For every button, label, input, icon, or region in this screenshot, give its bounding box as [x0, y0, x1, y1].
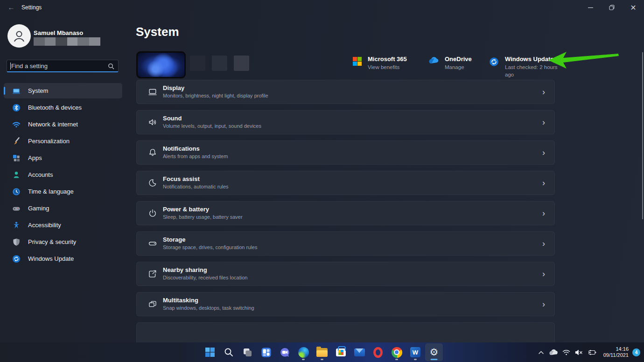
sidebar-item-network-internet[interactable]: Network & internet	[4, 117, 122, 132]
sidebar-item-windows-update[interactable]: Windows Update	[4, 251, 122, 266]
sidebar-item-label: Windows Update	[28, 255, 74, 262]
row-subtitle: Sleep, battery usage, battery saver	[163, 214, 243, 221]
tray-date: 09/11/2021	[603, 352, 629, 358]
sidebar-item-bluetooth-devices[interactable]: Bluetooth & devices	[4, 100, 122, 115]
task-view-icon[interactable]	[238, 343, 256, 361]
sidebar-item-label: Bluetooth & devices	[28, 104, 82, 111]
sidebar-item-privacy-security[interactable]: Privacy & security	[4, 234, 122, 250]
device-preview-thumbnail	[136, 51, 186, 78]
battery-charging-icon[interactable]	[588, 349, 596, 355]
gaming-icon	[12, 204, 21, 213]
windows-update-icon	[12, 255, 21, 263]
settings-row-multitasking[interactable]: Multitasking Snap windows, desktops, tas…	[136, 292, 555, 316]
volume-muted-icon[interactable]	[575, 349, 583, 355]
settings-row-focus-assist[interactable]: Focus assist Notifications, automatic ru…	[136, 171, 555, 195]
edge-icon[interactable]	[294, 343, 312, 361]
row-title: Notifications	[163, 145, 228, 153]
display-icon	[148, 87, 157, 97]
wifi-icon[interactable]	[562, 349, 570, 355]
sidebar-item-accessibility[interactable]: Accessibility	[4, 217, 122, 233]
file-explorer-icon[interactable]	[313, 343, 331, 361]
row-subtitle: Storage space, drives, configuration rul…	[163, 244, 257, 251]
loading-placeholder	[190, 56, 205, 71]
sidebar-item-label: Time & language	[28, 188, 74, 195]
row-subtitle: Alerts from apps and system	[163, 153, 228, 160]
chevron-right-icon: ›	[542, 118, 545, 126]
opera-icon[interactable]	[369, 343, 387, 361]
store-icon[interactable]	[332, 343, 350, 361]
system-tray: 14:16 09/11/2021 4	[536, 342, 640, 362]
card-subtitle[interactable]: View benefits	[368, 63, 407, 71]
clock[interactable]: 14:16 09/11/2021	[603, 346, 629, 358]
card-title: Microsoft 365	[368, 55, 407, 63]
system-icon	[12, 87, 21, 95]
settings-row-power-battery[interactable]: Power & battery Sleep, battery usage, ba…	[136, 201, 555, 225]
chat-icon[interactable]	[276, 343, 294, 361]
windows-update-icon	[489, 57, 499, 69]
card-onedrive[interactable]: OneDrive Manage	[428, 55, 475, 78]
search-taskbar-icon[interactable]	[220, 343, 238, 361]
sidebar-item-accounts[interactable]: Accounts	[4, 167, 122, 182]
chevron-right-icon: ›	[542, 148, 545, 157]
onedrive-tray-icon[interactable]	[549, 349, 558, 355]
row-title: Focus assist	[163, 175, 229, 183]
chrome-icon[interactable]	[388, 343, 406, 361]
minimize-button[interactable]	[580, 0, 601, 15]
microsoft-365-icon	[353, 57, 362, 68]
search-input[interactable]	[11, 61, 105, 71]
accounts-icon	[12, 171, 21, 179]
settings-row-sound[interactable]: Sound Volume levels, output, input, soun…	[136, 110, 555, 134]
chevron-right-icon: ›	[542, 300, 545, 308]
chevron-right-icon: ›	[542, 209, 545, 217]
row-title: Storage	[163, 236, 257, 244]
settings-taskbar-icon[interactable]: ⚙	[425, 343, 443, 361]
restore-button[interactable]	[601, 0, 623, 15]
row-subtitle: Discoverability, received files location	[163, 274, 247, 281]
sidebar-item-label: Gaming	[28, 205, 49, 212]
widgets-icon[interactable]	[257, 343, 275, 361]
tray-chevron-up-icon[interactable]	[538, 350, 544, 355]
card-subtitle[interactable]: Manage	[445, 63, 472, 71]
sidebar-item-gaming[interactable]: Gaming	[4, 201, 122, 216]
gear-icon: ⚙	[430, 347, 439, 358]
sidebar-item-time-language[interactable]: Time & language	[4, 184, 122, 199]
sidebar-item-personalization[interactable]: Personalization	[4, 133, 122, 149]
chevron-right-icon: ›	[542, 239, 545, 248]
loading-placeholder	[212, 56, 227, 71]
multitasking-icon	[148, 299, 157, 309]
settings-row-storage[interactable]: Storage Storage space, drives, configura…	[136, 231, 555, 256]
chevron-right-icon: ›	[542, 270, 545, 278]
row-subtitle: Volume levels, output, input, sound devi…	[163, 123, 261, 130]
card-microsoft-365[interactable]: Microsoft 365 View benefits	[353, 55, 414, 78]
chevron-right-icon: ›	[542, 179, 545, 187]
settings-row-nearby-sharing[interactable]: Nearby sharing Discoverability, received…	[136, 262, 555, 286]
bluetooth-icon	[12, 104, 21, 112]
close-button[interactable]: ✕	[623, 0, 644, 15]
search-input-wrap[interactable]	[7, 60, 119, 72]
back-icon[interactable]: ←	[7, 3, 16, 12]
sidebar-item-system[interactable]: System	[4, 83, 122, 98]
avatar[interactable]	[7, 24, 31, 48]
window-title: Settings	[21, 4, 42, 11]
mail-icon[interactable]	[350, 343, 368, 361]
annotation-arrow	[547, 50, 621, 72]
row-subtitle: Notifications, automatic rules	[163, 183, 229, 190]
card-title: OneDrive	[445, 55, 472, 63]
personalization-icon	[12, 137, 21, 146]
sidebar-item-apps[interactable]: Apps	[4, 150, 122, 166]
settings-window: ← Settings ✕ Samuel Mbanaso	[0, 0, 644, 362]
storage-icon	[148, 239, 157, 248]
sidebar-nav: System Bluetooth & devices Network & int…	[4, 83, 122, 268]
profile-name[interactable]: Samuel Mbanaso	[34, 29, 83, 36]
notification-badge[interactable]: 4	[632, 348, 640, 356]
settings-list: Display Monitors, brightness, night ligh…	[136, 80, 555, 353]
settings-row-display[interactable]: Display Monitors, brightness, night ligh…	[136, 80, 555, 104]
settings-row-notifications[interactable]: Notifications Alerts from apps and syste…	[136, 140, 555, 165]
scrollbar-thumb[interactable]	[642, 52, 643, 219]
network-icon	[12, 120, 21, 129]
word-icon[interactable]: W	[406, 343, 424, 361]
onedrive-icon	[428, 57, 439, 66]
row-title: Sound	[163, 115, 261, 122]
start-button[interactable]	[201, 343, 219, 361]
search-icon[interactable]	[108, 63, 114, 71]
